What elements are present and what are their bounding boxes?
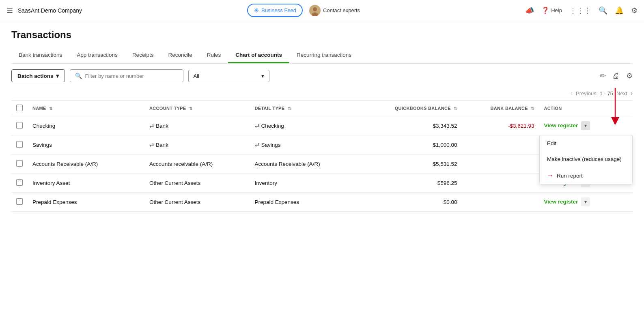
select-all-checkbox[interactable] xyxy=(16,105,23,111)
row-action-cell-0: View register ▾ EditMake inactive (reduc… xyxy=(539,116,633,135)
business-feed-icon: ✳ xyxy=(254,6,259,14)
tabs-bar: Bank transactions App transactions Recei… xyxy=(11,48,633,64)
header-qb-balance[interactable]: QUICKBOOKS BALANCE ⇅ xyxy=(358,101,462,116)
row-checkbox-0[interactable] xyxy=(16,122,23,129)
row-detail-type-2: Accounts Receivable (A/R) xyxy=(250,154,358,174)
row-detail-type-0: ⇄Checking xyxy=(250,116,358,135)
header-bank-balance[interactable]: BANK BALANCE ⇅ xyxy=(462,101,539,116)
bank-balance-value: -$3,621.93 xyxy=(508,123,534,129)
business-feed-label: Business Feed xyxy=(261,7,296,13)
dropdown-item-make-inactive-0[interactable]: Make inactive (reduces usage) xyxy=(540,151,632,167)
transfer-icon: ⇄ xyxy=(255,122,260,129)
row-account-type-3: Other Current Assets xyxy=(144,174,250,193)
avatar xyxy=(309,5,321,16)
help-button[interactable]: ❓ Help xyxy=(541,6,562,14)
row-detail-type-1: ⇄Savings xyxy=(250,135,358,154)
header-name[interactable]: NAME ⇅ xyxy=(28,101,144,116)
contact-experts-label: Contact experts xyxy=(323,7,360,13)
row-checkbox-4[interactable] xyxy=(16,198,23,205)
row-name-4: Prepaid Expenses xyxy=(28,193,144,212)
edit-icon[interactable]: ✏ xyxy=(600,71,606,80)
business-feed-button[interactable]: ✳ Business Feed xyxy=(247,4,303,17)
search-icon: 🔍 xyxy=(75,73,82,79)
dropdown-item-edit-0[interactable]: Edit xyxy=(540,135,632,151)
qb-balance-sort-icon: ⇅ xyxy=(454,106,457,111)
row-chevron-btn-0[interactable]: ▾ xyxy=(581,121,590,130)
topnav: ☰ SaasAnt Demo Company ✳ Business Feed C… xyxy=(0,0,644,21)
topnav-right: 📣 ❓ Help ⋮⋮⋮ 🔍 🔔 ⚙ xyxy=(525,6,638,15)
row-chevron-btn-4[interactable]: ▾ xyxy=(581,197,590,206)
row-checkbox-cell xyxy=(11,174,28,193)
row-name-1: Savings xyxy=(28,135,144,154)
header-detail-type[interactable]: DETAIL TYPE ⇅ xyxy=(250,101,358,116)
settings-gear-icon[interactable]: ⚙ xyxy=(626,71,633,80)
row-checkbox-cell xyxy=(11,154,28,174)
accounts-table: NAME ⇅ ACCOUNT TYPE ⇅ DETAIL TYPE ⇅ QUIC… xyxy=(11,100,633,212)
tab-recurring-transactions[interactable]: Recurring transactions xyxy=(289,48,359,63)
filter-dropdown[interactable]: All ▾ xyxy=(188,70,269,82)
header-action: ACTION xyxy=(539,101,633,116)
table-row: Checking ⇄Bank ⇄Checking $3,343.52 -$3,6… xyxy=(11,116,633,135)
tab-reconcile[interactable]: Reconcile xyxy=(161,48,199,63)
page-range: 1 - 75 xyxy=(600,90,613,96)
previous-button[interactable]: ‹ xyxy=(571,90,573,97)
print-icon[interactable]: 🖨 xyxy=(612,72,620,80)
row-detail-type-3: Inventory xyxy=(250,174,358,193)
bank-balance-sort-icon: ⇅ xyxy=(531,106,534,111)
megaphone-icon[interactable]: 📣 xyxy=(525,6,534,15)
row-qb-balance-0: $3,343.52 xyxy=(358,116,462,135)
table-row: Prepaid Expenses Other Current Assets Pr… xyxy=(11,193,633,212)
transfer-icon: ⇄ xyxy=(149,141,154,148)
pagination: ‹ Previous 1 - 75 Next › xyxy=(11,86,633,100)
company-name: SaasAnt Demo Company xyxy=(18,7,82,14)
toolbar-left: Batch actions ▾ 🔍 All ▾ xyxy=(11,69,269,82)
row-name-0: Checking xyxy=(28,116,144,135)
pagination-label: Previous xyxy=(576,90,597,96)
table-header-row: NAME ⇅ ACCOUNT TYPE ⇅ DETAIL TYPE ⇅ QUIC… xyxy=(11,101,633,116)
row-name-2: Accounts Receivable (A/R) xyxy=(28,154,144,174)
row-bank-balance-3 xyxy=(462,174,539,193)
menu-icon[interactable]: ☰ xyxy=(6,6,13,15)
row-account-type-0: ⇄Bank xyxy=(144,116,250,135)
detail-type-sort-icon: ⇅ xyxy=(288,106,291,111)
row-checkbox-2[interactable] xyxy=(16,160,23,167)
row-checkbox-cell xyxy=(11,193,28,212)
row-checkbox-cell xyxy=(11,116,28,135)
view-register-link-4[interactable]: View register xyxy=(544,199,578,205)
contact-experts-button[interactable]: Contact experts xyxy=(309,5,360,16)
transfer-icon: ⇄ xyxy=(255,141,260,148)
tab-bank-transactions[interactable]: Bank transactions xyxy=(11,48,69,63)
view-register-link-0[interactable]: View register xyxy=(544,122,578,129)
transfer-icon: ⇄ xyxy=(149,122,154,129)
run-report-arrow-icon: → xyxy=(547,172,554,179)
row-checkbox-3[interactable] xyxy=(16,179,23,186)
topnav-center: ✳ Business Feed Contact experts xyxy=(247,4,360,17)
row-bank-balance-2 xyxy=(462,154,539,174)
search-input[interactable] xyxy=(85,73,178,79)
help-circle-icon: ❓ xyxy=(541,6,549,14)
settings-icon[interactable]: ⚙ xyxy=(631,6,638,15)
tab-app-transactions[interactable]: App transactions xyxy=(69,48,125,63)
row-action-cell-4: View register ▾ xyxy=(539,193,633,212)
batch-actions-button[interactable]: Batch actions ▾ xyxy=(11,69,65,82)
notification-icon[interactable]: 🔔 xyxy=(615,6,624,15)
topnav-left: ☰ SaasAnt Demo Company xyxy=(6,6,82,15)
filter-value: All xyxy=(194,73,199,79)
row-bank-balance-0: -$3,621.93 xyxy=(462,116,539,135)
apps-icon[interactable]: ⋮⋮⋮ xyxy=(569,6,591,15)
row-qb-balance-2: $5,531.52 xyxy=(358,154,462,174)
row-account-type-4: Other Current Assets xyxy=(144,193,250,212)
svg-point-1 xyxy=(313,7,317,11)
tab-receipts[interactable]: Receipts xyxy=(125,48,161,63)
help-label: Help xyxy=(551,7,562,13)
name-sort-icon: ⇅ xyxy=(49,106,52,111)
tab-chart-of-accounts[interactable]: Chart of accounts xyxy=(228,48,289,63)
search-icon[interactable]: 🔍 xyxy=(599,6,607,15)
search-box[interactable]: 🔍 xyxy=(70,69,183,82)
next-button[interactable]: › xyxy=(631,90,633,97)
tab-rules[interactable]: Rules xyxy=(200,48,228,63)
header-account-type[interactable]: ACCOUNT TYPE ⇅ xyxy=(144,101,250,116)
row-checkbox-1[interactable] xyxy=(16,141,23,148)
dropdown-item-run-report-0[interactable]: →Run report xyxy=(540,167,632,184)
toolbar-right: ✏ 🖨 ⚙ xyxy=(600,71,633,80)
